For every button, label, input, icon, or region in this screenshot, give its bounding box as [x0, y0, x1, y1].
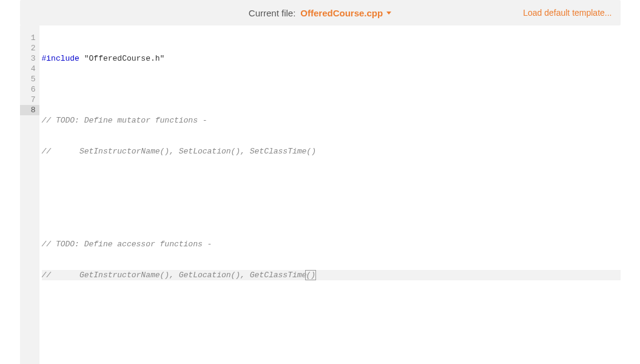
code-editor[interactable]: 1 2 3 4 5 6 7 8 #include "OfferedCourse.…: [20, 25, 621, 364]
code-line: #include "OfferedCourse.h": [42, 53, 621, 64]
line-number-gutter: 1 2 3 4 5 6 7 8: [20, 25, 39, 364]
filename-text: OfferedCourse.cpp: [300, 8, 383, 18]
cursor-selection: (): [305, 270, 316, 280]
line-number: 2: [20, 43, 36, 53]
line-number: 4: [20, 64, 36, 74]
code-line: [42, 208, 621, 218]
chevron-down-icon: [386, 12, 391, 15]
code-line: // SetInstructorName(), SetLocation(), S…: [42, 146, 621, 157]
load-default-template-link[interactable]: Load default template...: [523, 8, 611, 18]
line-number: 3: [20, 53, 36, 64]
line-number-current: 8: [20, 105, 39, 115]
line-number: 1: [20, 33, 36, 43]
code-line: // TODO: Define accessor functions -: [42, 239, 621, 249]
file-header-bar: Current file: OfferedCourse.cpp Load def…: [20, 0, 621, 25]
filename-dropdown[interactable]: OfferedCourse.cpp: [300, 8, 391, 18]
line-number: 7: [20, 95, 36, 105]
code-line: [42, 177, 621, 187]
token-keyword: #include: [42, 54, 79, 63]
code-line-current: // GetInstructorName(), GetLocation(), G…: [42, 270, 621, 280]
code-line: [42, 84, 621, 95]
token-comment: // TODO: Define mutator functions -: [42, 116, 207, 125]
token-comment: // SetInstructorName(), SetLocation(), S…: [42, 147, 316, 156]
line-number: 5: [20, 74, 36, 84]
token-comment: // GetInstructorName(), GetLocation(), G…: [42, 271, 307, 280]
line-number: 6: [20, 84, 36, 95]
current-file-label: Current file:: [249, 8, 296, 18]
token-string: "OfferedCourse.h": [79, 54, 164, 63]
code-line: // TODO: Define mutator functions -: [42, 115, 621, 126]
code-text-area[interactable]: #include "OfferedCourse.h" // TODO: Defi…: [39, 25, 621, 364]
token-comment: // TODO: Define accessor functions -: [42, 240, 212, 249]
editor-container: Current file: OfferedCourse.cpp Load def…: [20, 0, 621, 364]
